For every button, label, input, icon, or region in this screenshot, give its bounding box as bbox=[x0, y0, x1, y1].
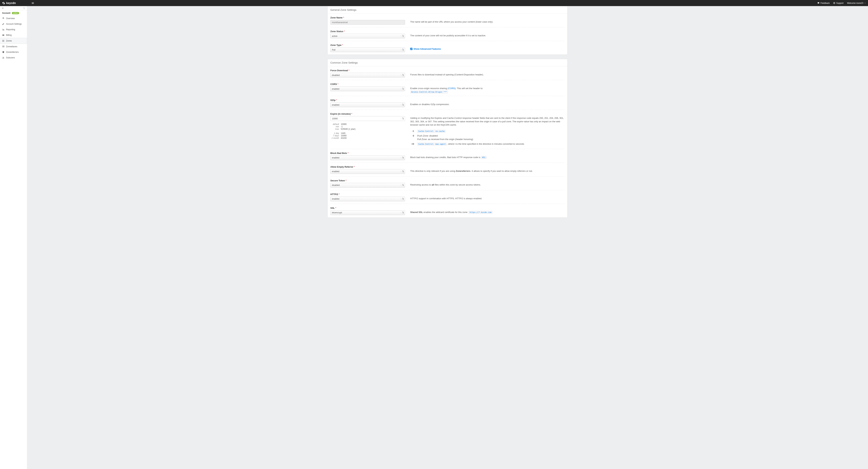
svg-point-0 bbox=[833, 2, 835, 4]
zone-name-input bbox=[330, 20, 405, 25]
svg-rect-12 bbox=[3, 47, 4, 47]
expire-directive-table: -1Cache-Control: no-cache 0Push Zone: di… bbox=[410, 129, 564, 146]
sidebar-item-subusers[interactable]: Subusers bbox=[0, 55, 27, 60]
common-zone-settings-panel: Common Zone Settings Force Download * di… bbox=[328, 59, 567, 218]
gzip-row: GZip * enabled▴▾ Enables or disables GZi… bbox=[330, 98, 564, 110]
sidebar-item-billing[interactable]: Billing bbox=[0, 32, 27, 38]
zone-status-select[interactable]: active bbox=[330, 34, 405, 38]
sidebar-item-zones[interactable]: Zones bbox=[0, 38, 27, 44]
zone-name-help: The name will be part of the URL where y… bbox=[405, 16, 564, 25]
zone-status-label: Zone Status * bbox=[330, 30, 405, 33]
zone-name-row: Zone Name * The name will be part of the… bbox=[330, 15, 564, 27]
cors-select[interactable]: enabled bbox=[330, 87, 405, 91]
dashboard-icon bbox=[2, 17, 4, 20]
ssl-row: SSL * letsencrypt▴▾ Shared SSL enables t… bbox=[330, 206, 564, 217]
sidebar-item-reporting[interactable]: Reporting bbox=[0, 27, 27, 32]
svg-rect-7 bbox=[3, 41, 4, 42]
general-zone-settings-panel: General Zone Settings Zone Name * The na… bbox=[328, 6, 567, 55]
svg-rect-6 bbox=[2, 41, 3, 42]
menu-toggle-top[interactable] bbox=[31, 2, 34, 4]
cors-link[interactable]: CORS bbox=[448, 87, 455, 90]
users-icon bbox=[2, 56, 4, 59]
ssl-select[interactable]: letsencrypt bbox=[330, 210, 405, 215]
gzip-select[interactable]: enabled bbox=[330, 102, 405, 107]
zone-status-row: Zone Status * active ▴▾ The content of y… bbox=[330, 29, 564, 41]
http2-select[interactable]: enabled bbox=[330, 197, 405, 201]
sidebar-refresh-icon[interactable] bbox=[23, 7, 25, 9]
allow-empty-referrer-select[interactable]: enabled bbox=[330, 169, 405, 174]
show-advanced-label[interactable]: Show Advanced Features bbox=[413, 47, 441, 51]
zone-type-row: Zone Type * Pull ▴▾ Show Advanced Featur… bbox=[330, 43, 564, 55]
expire-row: Expire (in minutes) * ▴▾ default10080 mi… bbox=[330, 112, 564, 149]
life-ring-icon bbox=[833, 2, 835, 4]
svg-rect-2 bbox=[2, 35, 4, 36]
sidebar-account-header: Account active bbox=[0, 10, 27, 16]
shield-icon bbox=[2, 51, 4, 53]
chevron-down-icon bbox=[864, 2, 866, 4]
force-download-select[interactable]: disabled bbox=[330, 73, 405, 78]
sidebar-item-overview[interactable]: Overview bbox=[0, 16, 27, 21]
brand-text: keycdn bbox=[6, 2, 16, 5]
http2-row: HTTP/2 * enabled▴▾ HTTP/2 support in com… bbox=[330, 192, 564, 204]
cors-code: Access-Control-Allow-Origin "*" bbox=[410, 90, 448, 93]
feedback-link[interactable]: Feedback bbox=[817, 2, 830, 4]
select-arrows-icon: ▴▾ bbox=[403, 35, 404, 37]
edit-icon bbox=[2, 23, 4, 25]
svg-rect-10 bbox=[4, 46, 4, 46]
zone-type-label: Zone Type * bbox=[330, 44, 405, 47]
svg-point-15 bbox=[3, 57, 4, 58]
general-heading: General Zone Settings bbox=[328, 6, 567, 13]
svg-rect-9 bbox=[3, 46, 4, 46]
gear-icon bbox=[2, 2, 5, 5]
svg-rect-4 bbox=[2, 40, 3, 41]
svg-point-1 bbox=[834, 3, 835, 3]
allow-empty-referrer-row: Allow Empty Referrer * enabled▴▾ This di… bbox=[330, 165, 564, 176]
grid-icon bbox=[2, 45, 4, 48]
brand-logo[interactable]: keycdn bbox=[2, 2, 16, 5]
account-status-badge: active bbox=[12, 12, 19, 14]
grid-icon bbox=[2, 39, 4, 42]
force-download-row: Force Download * disabled▴▾ Forces files… bbox=[330, 68, 564, 80]
cors-row: CORS * enabled▴▾ Enable cross-origin res… bbox=[330, 82, 564, 96]
sidebar-item-zonereferrers[interactable]: Zonereferrers bbox=[0, 49, 27, 55]
svg-rect-8 bbox=[2, 46, 3, 46]
support-link[interactable]: Support bbox=[833, 2, 843, 4]
svg-rect-13 bbox=[4, 47, 4, 47]
svg-rect-5 bbox=[3, 40, 4, 41]
zone-type-select[interactable]: Pull bbox=[330, 48, 405, 52]
main-content: General Zone Settings Zone Name * The na… bbox=[27, 6, 868, 469]
chart-icon bbox=[2, 28, 4, 31]
show-advanced-checkbox[interactable] bbox=[410, 48, 412, 50]
zone-status-help: The content of your zone will not be pub… bbox=[405, 30, 564, 38]
svg-rect-3 bbox=[2, 35, 4, 35]
expire-input[interactable] bbox=[330, 116, 405, 121]
user-menu[interactable]: Welcome more23 bbox=[847, 2, 866, 4]
secure-token-row: Secure Token * disabled▴▾ Restricting ac… bbox=[330, 178, 564, 190]
topbar: keycdn Feedback Support Welcome more23 bbox=[0, 0, 868, 6]
credit-card-icon bbox=[2, 34, 4, 36]
expire-meta-table: default10080 min-1 max525949 (1 year) 1 … bbox=[330, 123, 405, 139]
block-bad-bots-row: Block Bad Bots * enabled▴▾ Block bad bot… bbox=[330, 151, 564, 163]
sidebar: Account active Overview Account Settings… bbox=[0, 6, 27, 469]
common-heading: Common Zone Settings bbox=[328, 59, 567, 66]
select-arrows-icon: ▴▾ bbox=[403, 49, 404, 51]
zone-name-label: Zone Name * bbox=[330, 16, 405, 19]
stepper-icon[interactable]: ▴▾ bbox=[403, 118, 404, 120]
svg-point-14 bbox=[3, 57, 3, 58]
comment-icon bbox=[817, 2, 819, 4]
secure-token-select[interactable]: disabled bbox=[330, 183, 405, 187]
sidebar-item-account-settings[interactable]: Account Settings bbox=[0, 21, 27, 27]
sidebar-menu-icon[interactable] bbox=[2, 7, 4, 9]
block-bad-bots-select[interactable]: enabled bbox=[330, 155, 405, 160]
sidebar-item-zonealiases[interactable]: Zonealiases bbox=[0, 44, 27, 49]
svg-rect-11 bbox=[2, 47, 3, 47]
